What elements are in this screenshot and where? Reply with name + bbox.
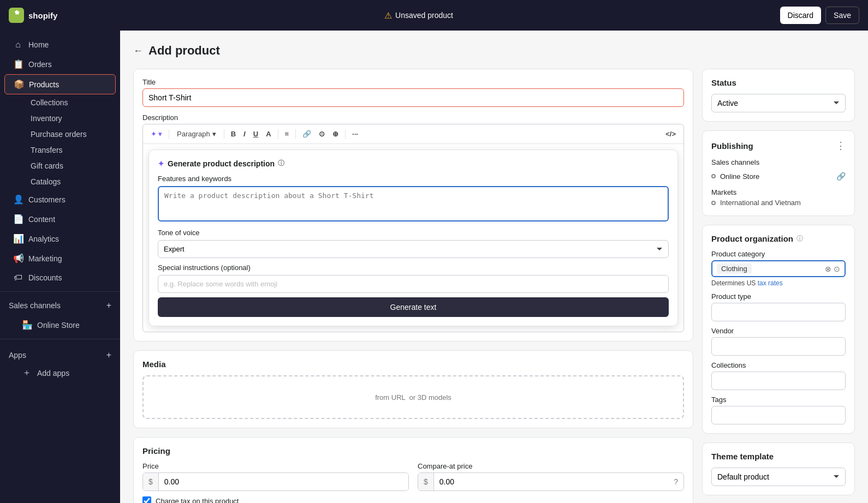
svg-rect-0 [9,8,24,23]
tax-rates-link[interactable]: tax rates [758,279,783,287]
side-col: Status Active Draft Archived Publishing … [702,69,855,495]
media-title: Media [142,360,684,369]
sidebar-item-content[interactable]: 📄 Content [4,209,116,229]
font-color-btn[interactable]: A [263,128,274,140]
media-drop-zone[interactable]: from URL or 3D models [142,375,684,419]
ai-instructions-input[interactable] [158,275,669,293]
align-btn[interactable]: ≡ [282,128,293,140]
ai-instructions-label: Special instructions (optional) [158,264,669,272]
channel-link-icon[interactable]: 🔗 [836,172,846,181]
toolbar-sep-2 [224,129,224,139]
status-select[interactable]: Active Draft Archived [711,94,846,112]
mention-btn[interactable]: ⊕ [329,128,342,140]
sidebar-item-online-store[interactable]: 🏪 Online Store [4,315,116,334]
orders-icon: 📋 [13,59,23,69]
tax-note-text: Determines US [711,279,756,287]
toolbar-sep-4 [295,129,296,139]
publishing-menu-icon[interactable]: ⋮ [836,140,846,152]
ai-popup-info-icon[interactable]: ⓘ [278,159,284,168]
vendor-label: Vendor [711,327,846,335]
ai-tone-select[interactable]: Expert Casual Formal Friendly Persuasive [158,240,669,258]
sidebar-item-products[interactable]: 📦 Products [4,74,116,94]
title-description-card: Title Description ✦ ▾ [133,69,693,342]
sidebar-online-store-label: Online Store [37,321,80,330]
sidebar-item-catalogs[interactable]: Catalogs [24,174,120,189]
ai-btn[interactable]: ✦ ▾ [147,128,165,140]
org-info-icon[interactable]: ⓘ [796,234,803,243]
market-dot [711,201,716,205]
ai-features-input[interactable] [158,186,669,221]
channel-dot [711,174,716,178]
price-prefix: $ [143,473,159,490]
link-btn[interactable]: 🔗 [299,128,314,140]
save-button[interactable]: Save [825,7,859,24]
underline-btn[interactable]: U [250,128,261,140]
topbar-left: shopify [9,8,57,23]
charge-tax-checkbox[interactable] [142,496,151,503]
media-from-url: from URL [375,393,405,402]
sidebar-item-collections[interactable]: Collections [24,95,120,110]
compare-input-wrap: $ ? [418,472,684,491]
sidebar-sub-products: Collections Inventory Purchase orders Tr… [0,95,120,189]
title-section: Title [142,78,684,107]
publishing-title: Publishing [711,141,753,151]
bold-btn[interactable]: B [228,128,239,140]
discard-button[interactable]: Discard [780,7,821,24]
vendor-input[interactable] [711,337,846,356]
title-input[interactable] [142,88,684,107]
more-btn[interactable]: ··· [349,128,361,140]
two-col-layout: Title Description ✦ ▾ [133,69,855,503]
apps-header[interactable]: Apps + [9,348,111,362]
pricing-title: Pricing [142,446,684,456]
sales-channels-header[interactable]: Sales channels + [0,296,120,315]
sidebar-item-marketing[interactable]: 📢 Marketing [4,249,116,268]
apps-expand-icon: + [106,350,111,360]
sidebar-content-label: Content [28,215,55,224]
sidebar-item-purchase-orders[interactable]: Purchase orders [24,127,120,142]
italic-btn[interactable]: I [240,128,249,140]
ai-features-section: Features and keywords [158,175,669,223]
markets-label: Markets [711,188,846,196]
home-icon: ⌂ [13,40,23,50]
page-status-text: Unsaved product [395,11,453,20]
collections-org-input[interactable] [711,372,846,390]
publishing-header: Publishing ⋮ [711,140,846,152]
compare-input[interactable] [434,473,668,490]
paragraph-dropdown[interactable]: Paragraph ▾ [173,128,221,140]
product-org-card: Product organization ⓘ Product category … [702,225,855,434]
channel-left: Online Store [711,172,759,181]
media-hint: from URL or 3D models [375,393,451,402]
sidebar-item-analytics[interactable]: 📊 Analytics [4,229,116,248]
theme-title: Theme template [711,452,846,461]
category-confirm-icon[interactable]: ⊙ [834,265,840,273]
sidebar-item-inventory[interactable]: Inventory [24,111,120,126]
ai-instructions-section: Special instructions (optional) [158,264,669,293]
sidebar-item-home[interactable]: ⌂ Home [4,35,116,54]
generate-text-button[interactable]: Generate text [158,297,669,317]
price-input[interactable] [159,473,408,490]
sidebar-item-discounts[interactable]: 🏷 Discounts [4,268,116,287]
category-clear-icon[interactable]: ⊗ [825,265,831,273]
sidebar-item-orders[interactable]: 📋 Orders [4,55,116,74]
sidebar-item-add-apps[interactable]: ＋ Add apps [13,363,107,383]
code-btn[interactable]: </> [662,128,679,140]
tags-input[interactable] [711,406,846,424]
category-input-wrap[interactable]: Clothing ⊗ ⊙ [711,260,846,277]
price-input-wrap: $ [142,472,409,491]
catalogs-label: Catalogs [31,177,61,186]
media-3d: or 3D models [409,393,451,402]
ai-popup-title-text: Generate product description [168,159,275,168]
product-type-input[interactable] [711,303,846,321]
sidebar-item-customers[interactable]: 👤 Customers [4,190,116,209]
sidebar-item-gift-cards[interactable]: Gift cards [24,158,120,173]
compare-help-icon[interactable]: ? [668,473,683,490]
theme-select[interactable]: Default product [711,468,846,486]
emoji-btn[interactable]: ⊙ [316,128,328,140]
category-tag: Clothing [717,264,752,274]
back-button[interactable]: ← [133,45,143,57]
category-clear-btns: ⊗ ⊙ [825,265,840,273]
online-store-icon: 🏪 [22,320,32,330]
sidebar-item-transfers[interactable]: Transfers [24,142,120,158]
purchase-orders-label: Purchase orders [31,130,87,139]
paragraph-label: Paragraph [177,130,210,138]
